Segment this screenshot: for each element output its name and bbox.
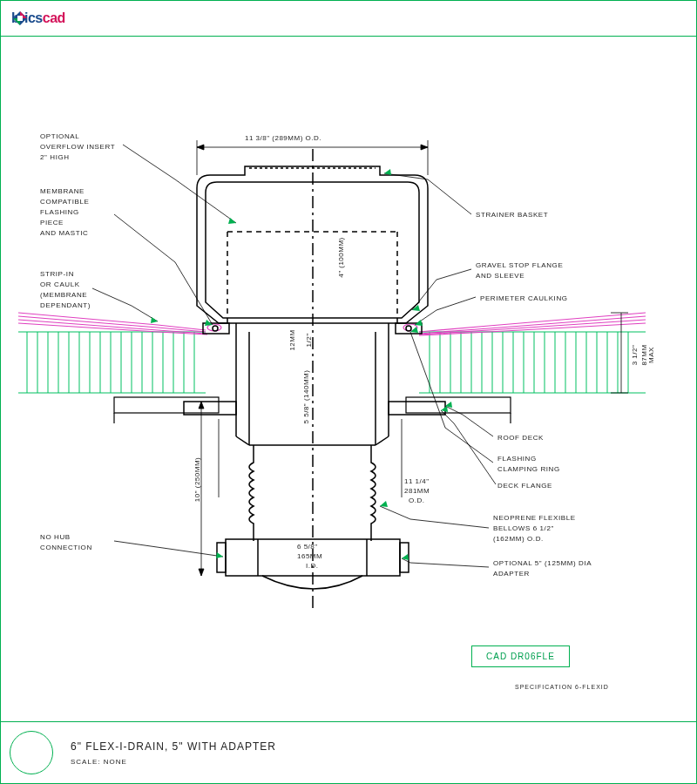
label-strainer: STRAINER BASKET (476, 210, 548, 220)
header: bricscad (1, 1, 696, 37)
cad-id-box: CAD DR06FLE (471, 645, 570, 667)
spec-label: SPECIFICATION 6-FLEXID (515, 684, 609, 690)
dim-od: O.D. (409, 497, 424, 504)
label-nohub: NO HUB CONNECTION (40, 532, 92, 553)
label-gravel: GRAVEL STOP FLANGE AND SLEEVE (476, 260, 563, 281)
dim-12mm: 12MM (288, 329, 296, 350)
svg-marker-76 (421, 145, 428, 150)
drawing-title: 6" FLEX-I-DRAIN, 5" WITH ADAPTER (71, 740, 276, 753)
svg-rect-3 (17, 16, 23, 21)
dim-top-od: 11 3/8" (289MM) O.D. (245, 134, 321, 142)
label-roofdeck: ROOF DECK (497, 433, 544, 443)
dim-1114: 11 1/4" (404, 477, 430, 485)
label-neoprene: NEOPRENE FLEXIBLE BELLOWS 6 1/2" (162MM)… (493, 513, 576, 544)
label-adapter: OPTIONAL 5" (125MM) DIA ADAPTER (493, 558, 592, 579)
label-strip: STRIP-IN OR CAULK (MEMBRANE DEPENDANT) (40, 269, 91, 311)
footer-circle-icon (10, 731, 53, 774)
svg-rect-47 (114, 397, 219, 413)
dim-max: MAX (647, 347, 655, 363)
svg-line-59 (236, 436, 249, 445)
svg-marker-85 (228, 218, 236, 224)
dim-558: 5 5/8" (140MM) (302, 370, 310, 424)
dim-half: 1/2" (305, 334, 313, 348)
drawing-canvas: 11 3/8" (289MM) O.D. 4" (100MM) 1/2" 12M… (1, 36, 696, 722)
dim-10in: 10" (250MM) (193, 457, 201, 502)
label-deckflange: DECK FLANGE (497, 481, 552, 491)
dim-id: I.D. (306, 562, 318, 570)
svg-line-60 (376, 436, 389, 445)
label-perimeter: PERIMETER CAULKING (480, 294, 568, 304)
svg-marker-81 (199, 402, 204, 409)
svg-marker-87 (151, 317, 158, 323)
svg-marker-89 (384, 169, 391, 175)
label-overflow: OPTIONAL OVERFLOW INSERT 2" HIGH (40, 132, 115, 163)
label-flashing: FLASHING CLAMPING RING (497, 454, 560, 475)
drawing-scale: SCALE: NONE (71, 758, 276, 766)
svg-marker-95 (380, 501, 388, 507)
svg-rect-48 (406, 397, 511, 413)
label-membrane: MEMBRANE COMPATIBLE FLASHING PIECE AND M… (40, 186, 89, 239)
svg-marker-88 (216, 552, 223, 558)
dim-35: 3 1/2" (631, 345, 639, 366)
svg-marker-82 (199, 569, 204, 576)
svg-point-64 (213, 326, 218, 331)
svg-marker-75 (197, 145, 204, 150)
bricscad-logo-icon (11, 10, 29, 27)
footer: 6" FLEX-I-DRAIN, 5" WITH ADAPTER SCALE: … (1, 721, 696, 783)
dim-281: 281MM (404, 487, 430, 495)
dim-658: 6 5/8" (297, 543, 318, 551)
page: bricscad (0, 0, 697, 784)
svg-point-65 (406, 326, 411, 331)
dim-165: 165MM (297, 552, 322, 560)
dim-4in: 4" (100MM) (337, 237, 345, 278)
logo: bricscad (11, 10, 65, 26)
